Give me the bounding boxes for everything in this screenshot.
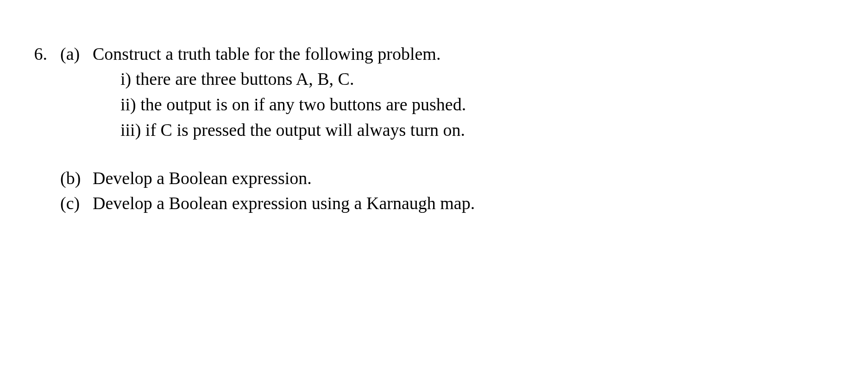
part-c: (c) Develop a Boolean expression using a… [60, 191, 840, 216]
part-c-text: Develop a Boolean expression using a Kar… [93, 191, 475, 216]
problem-body: (a) Construct a truth table for the foll… [60, 42, 840, 216]
part-b-label: (b) [60, 166, 93, 191]
sub-item-ii: ii) the output is on if any two buttons … [120, 92, 840, 117]
sub-item-iii-label: iii) [120, 120, 141, 140]
sub-item-ii-text: the output is on if any two buttons are … [140, 95, 466, 114]
sub-item-i-text: there are three buttons A, B, C. [136, 69, 354, 89]
part-a-prompt: Construct a truth table for the followin… [93, 42, 840, 66]
part-a-label: (a) [60, 42, 93, 66]
sub-item-iii-text: if C is pressed the output will always t… [145, 120, 465, 140]
part-c-label: (c) [60, 191, 93, 216]
problem-number: 6. [28, 42, 60, 66]
sub-item-i: i) there are three buttons A, B, C. [120, 66, 840, 92]
problem-container: 6. (a) Construct a truth table for the f… [28, 42, 840, 216]
part-a: (a) Construct a truth table for the foll… [60, 42, 840, 143]
part-b-text: Develop a Boolean expression. [93, 166, 312, 191]
sub-item-i-label: i) [120, 69, 131, 89]
part-a-sub-items: i) there are three buttons A, B, C. ii) … [93, 66, 840, 143]
sub-item-ii-label: ii) [120, 95, 136, 114]
part-a-content: Construct a truth table for the followin… [93, 42, 840, 143]
sub-item-iii: iii) if C is pressed the output will alw… [120, 117, 840, 143]
part-b: (b) Develop a Boolean expression. [60, 166, 840, 191]
